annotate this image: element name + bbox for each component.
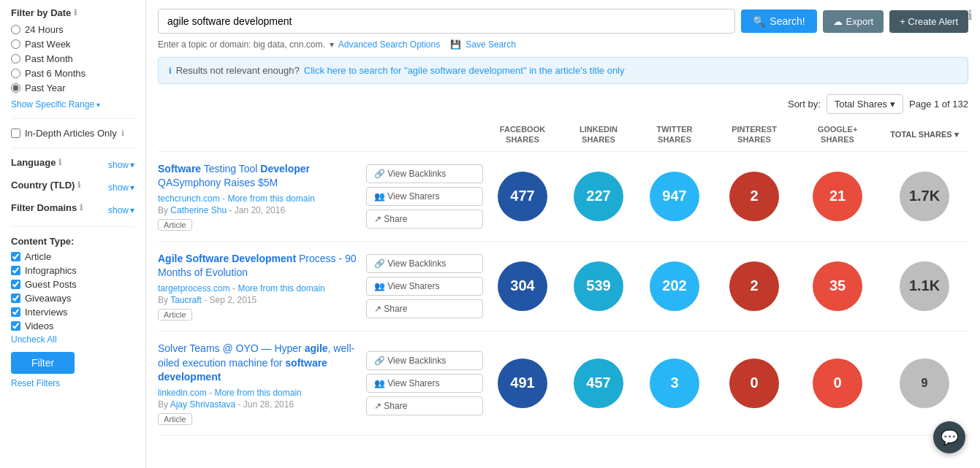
search-bar: 🔍 Search! ☁ Export + Create Alert bbox=[158, 9, 968, 34]
sort-chevron-icon: ▾ bbox=[890, 99, 895, 110]
filter-button[interactable]: Filter bbox=[11, 352, 75, 374]
share-btn-1[interactable]: ↗ Share bbox=[366, 210, 483, 229]
in-depth-checkbox[interactable]: In-Depth Articles Only ℹ bbox=[11, 128, 134, 139]
create-alert-button[interactable]: + Create Alert bbox=[889, 10, 968, 33]
export-button[interactable]: ☁ Export bbox=[823, 10, 884, 33]
giveaways-checkbox-input[interactable] bbox=[11, 294, 20, 303]
content-type-guest-posts[interactable]: Guest Posts bbox=[11, 279, 134, 290]
result-title-link-2[interactable]: Agile Software Development Process - 90 … bbox=[158, 253, 357, 279]
table-row: Solver Teams @ OYO — Hyper agile, well-o… bbox=[158, 331, 968, 436]
radio-past-year[interactable]: Past Year bbox=[11, 83, 134, 93]
radio-past-6months-label: Past 6 Months bbox=[25, 68, 86, 79]
advanced-search-link[interactable]: Advanced Search Options bbox=[338, 39, 440, 50]
action-btns-1: 🔗 View Backlinks 👥 View Sharers ↗ Share bbox=[366, 164, 483, 229]
result-more-from-2[interactable]: More from this domain bbox=[238, 283, 324, 294]
divider-2 bbox=[11, 147, 134, 148]
radio-past-month[interactable]: Past Month bbox=[11, 53, 134, 64]
chat-widget[interactable]: 💬 bbox=[933, 421, 965, 453]
content-type-interviews[interactable]: Interviews bbox=[11, 307, 134, 318]
divider-1 bbox=[11, 118, 134, 119]
country-show-link[interactable]: show ▾ bbox=[108, 183, 134, 193]
col-header-linkedin: LINKEDINSHARES bbox=[562, 124, 635, 145]
country-label: Country (TLD) ℹ bbox=[11, 180, 80, 191]
alert-bar: i Results not relevant enough? Click her… bbox=[158, 57, 968, 84]
sort-value: Total Shares bbox=[835, 99, 887, 110]
radio-past-year-input[interactable] bbox=[11, 83, 20, 93]
action-btns-2: 🔗 View Backlinks 👥 View Sharers ↗ Share bbox=[366, 254, 483, 318]
pinterest-circle-3: 0 bbox=[729, 358, 779, 408]
radio-past-month-input[interactable] bbox=[11, 54, 20, 64]
in-depth-checkbox-input[interactable] bbox=[11, 128, 20, 138]
radio-past-week[interactable]: Past Week bbox=[11, 39, 134, 50]
content-type-infographics[interactable]: Infographics bbox=[11, 265, 134, 276]
dropdown-icon: ▾ bbox=[330, 39, 334, 50]
radio-24h-input[interactable] bbox=[11, 25, 20, 34]
linkedin-circle-3: 457 bbox=[574, 358, 623, 408]
videos-checkbox-input[interactable] bbox=[11, 321, 20, 331]
share-btn-2[interactable]: ↗ Share bbox=[366, 299, 483, 318]
alert-link[interactable]: Click here to search for "agile software… bbox=[304, 65, 625, 76]
export-btn-label: Export bbox=[846, 16, 874, 27]
result-title-link-1[interactable]: Software Testing Tool Developer QASympho… bbox=[158, 163, 310, 189]
facebook-shares-1: 477 bbox=[486, 172, 559, 221]
uncheck-all-link[interactable]: Uncheck All bbox=[11, 334, 134, 345]
search-button[interactable]: 🔍 Search! bbox=[741, 9, 816, 33]
show-range-link[interactable]: Show Specific Range ▾ bbox=[11, 99, 134, 110]
language-label: Language ℹ bbox=[11, 157, 61, 168]
search-hints: Enter a topic or domain: big data, cnn.c… bbox=[158, 39, 968, 50]
view-sharers-btn-2[interactable]: 👥 View Sharers bbox=[366, 277, 483, 296]
view-backlinks-btn-2[interactable]: 🔗 View Backlinks bbox=[366, 254, 483, 273]
save-search-link[interactable]: Save Search bbox=[466, 39, 516, 50]
in-depth-info-icon[interactable]: ℹ bbox=[121, 128, 124, 138]
view-backlinks-btn-3[interactable]: 🔗 View Backlinks bbox=[366, 351, 483, 370]
result-title-link-3[interactable]: Solver Teams @ OYO — Hyper agile, well-o… bbox=[158, 342, 354, 383]
create-alert-btn-label: + Create Alert bbox=[900, 16, 958, 27]
guest-posts-checkbox-input[interactable] bbox=[11, 280, 20, 289]
column-headers: FACEBOOKSHARES LINKEDINSHARES TWITTERSHA… bbox=[158, 121, 968, 152]
language-show-link[interactable]: show ▾ bbox=[108, 160, 134, 170]
linkedin-circle-2: 539 bbox=[574, 261, 623, 311]
result-more-from-1[interactable]: More from this domain bbox=[227, 193, 314, 204]
article-checkbox-input[interactable] bbox=[11, 252, 20, 261]
google-plus-shares-3: 0 bbox=[797, 358, 878, 408]
interviews-label: Interviews bbox=[25, 307, 68, 318]
content-type-giveaways[interactable]: Giveaways bbox=[11, 293, 134, 304]
result-author-link-3[interactable]: Ajay Shrivastava bbox=[170, 399, 235, 410]
twitter-shares-1: 947 bbox=[638, 172, 711, 221]
twitter-circle-2: 202 bbox=[650, 261, 699, 311]
infographics-checkbox-input[interactable] bbox=[11, 266, 20, 275]
google-plus-circle-2: 35 bbox=[813, 261, 862, 311]
result-domain-link-2[interactable]: targetprocess.com bbox=[158, 283, 230, 294]
content-type-article[interactable]: Article bbox=[11, 251, 134, 262]
global-info-icon[interactable]: ℹ bbox=[968, 8, 973, 23]
radio-24h[interactable]: 24 Hours bbox=[11, 24, 134, 35]
facebook-shares-3: 491 bbox=[486, 358, 559, 408]
result-author-link-2[interactable]: Taucraft bbox=[170, 295, 202, 305]
view-sharers-btn-3[interactable]: 👥 View Sharers bbox=[366, 374, 483, 393]
radio-past-week-input[interactable] bbox=[11, 39, 20, 49]
view-sharers-btn-1[interactable]: 👥 View Sharers bbox=[366, 187, 483, 206]
filter-domains-info-icon[interactable]: ℹ bbox=[80, 203, 83, 212]
divider-3 bbox=[11, 226, 134, 227]
article-label: Article bbox=[25, 251, 51, 262]
result-domain-link-1[interactable]: techcrunch.com bbox=[158, 193, 220, 204]
sort-select[interactable]: Total Shares ▾ bbox=[827, 94, 903, 114]
view-backlinks-btn-1[interactable]: 🔗 View Backlinks bbox=[366, 164, 483, 183]
google-plus-circle-3: 0 bbox=[813, 358, 862, 408]
table-row: Agile Software Development Process - 90 … bbox=[158, 242, 968, 331]
filter-domains-show-link[interactable]: show ▾ bbox=[108, 205, 134, 215]
search-input[interactable] bbox=[158, 9, 735, 34]
result-domain-link-3[interactable]: linkedin.com bbox=[158, 388, 207, 398]
reset-filters-link[interactable]: Reset Filters bbox=[11, 378, 134, 388]
content-type-videos[interactable]: Videos bbox=[11, 321, 134, 331]
result-author-link-1[interactable]: Catherine Shu bbox=[170, 205, 227, 215]
interviews-checkbox-input[interactable] bbox=[11, 307, 20, 317]
country-info-icon[interactable]: ℹ bbox=[77, 180, 80, 190]
radio-past-week-label: Past Week bbox=[25, 39, 71, 50]
share-btn-3[interactable]: ↗ Share bbox=[366, 396, 483, 415]
result-more-from-3[interactable]: More from this domain bbox=[214, 388, 301, 398]
language-info-icon[interactable]: ℹ bbox=[58, 158, 61, 167]
filter-date-info-icon[interactable]: ℹ bbox=[74, 8, 77, 18]
radio-past-6months[interactable]: Past 6 Months bbox=[11, 68, 134, 79]
radio-past-6months-input[interactable] bbox=[11, 69, 20, 78]
